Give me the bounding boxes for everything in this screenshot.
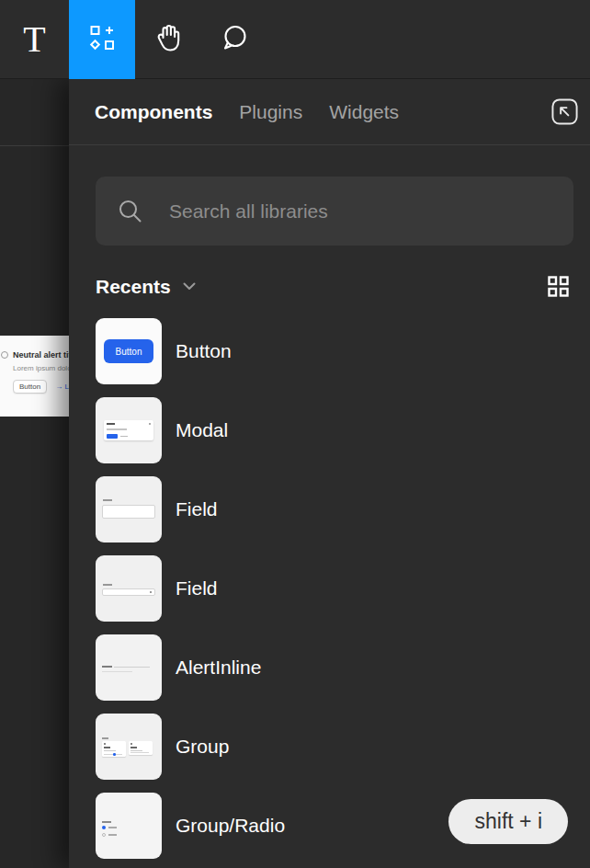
button-preview: Button: [96, 318, 162, 384]
list-item-button[interactable]: Button Button: [96, 318, 590, 384]
assets-panel: Components Plugins Widgets Recents: [69, 79, 590, 868]
toolbar: T: [0, 0, 590, 79]
canvas[interactable]: Neutral alert title Lorem ipsum dolor am…: [0, 79, 69, 868]
list-item-modal[interactable]: Modal: [96, 397, 590, 463]
group-preview: [96, 714, 162, 780]
list-item-field-2[interactable]: Field: [96, 555, 590, 622]
comment-tool-button[interactable]: [201, 0, 267, 79]
components-list: Button Button Modal Field: [69, 318, 590, 859]
alert-info-icon: [1, 351, 8, 359]
component-name: Field: [176, 498, 218, 520]
assets-tool-button[interactable]: [69, 0, 135, 79]
tab-widgets[interactable]: Widgets: [329, 101, 399, 123]
components-icon: [88, 24, 116, 55]
hand-tool-button[interactable]: [135, 0, 201, 79]
alert-button: Button: [13, 380, 47, 394]
canvas-section-divider: [0, 145, 69, 146]
field-preview: [96, 555, 162, 622]
link-arrow-icon: →: [55, 383, 62, 391]
text-tool-icon: T: [23, 21, 45, 58]
comment-icon: [219, 22, 250, 57]
mini-button: Button: [104, 339, 153, 363]
grid-view-icon[interactable]: [548, 276, 569, 297]
component-name: Button: [176, 340, 232, 362]
alert-body: Lorem ipsum dolor amet consect: [13, 364, 69, 372]
text-tool-button[interactable]: T: [0, 0, 69, 79]
chevron-down-icon[interactable]: [183, 282, 196, 291]
panel-tabs: Components Plugins Widgets: [69, 79, 590, 145]
recents-header: Recents: [96, 271, 569, 302]
field-preview: [96, 476, 162, 542]
list-item-group[interactable]: Group: [96, 714, 590, 780]
hand-icon: [153, 21, 184, 58]
search-input[interactable]: [169, 200, 551, 223]
component-name: Group: [176, 736, 229, 758]
tab-plugins[interactable]: Plugins: [239, 101, 302, 123]
alert-component-on-canvas[interactable]: Neutral alert title Lorem ipsum dolor am…: [0, 336, 69, 417]
search-icon: [118, 199, 142, 223]
alert-title: Neutral alert title: [13, 350, 69, 360]
open-library-button[interactable]: [550, 97, 579, 126]
component-name: Field: [176, 577, 218, 600]
search-bar[interactable]: [96, 177, 573, 246]
figma-window: T: [0, 0, 590, 868]
list-item-alertinline[interactable]: AlertInline: [96, 634, 590, 701]
arrow-up-left-icon: [550, 97, 579, 126]
group-radio-preview: [96, 793, 162, 859]
component-name: Group/Radio: [176, 815, 285, 837]
component-name: Modal: [176, 419, 228, 441]
recents-title[interactable]: Recents: [96, 276, 171, 298]
shortcut-hint-badge: shift + i: [448, 799, 568, 844]
modal-preview: [96, 397, 162, 463]
component-name: AlertInline: [176, 657, 261, 679]
alert-link: → Link text: [55, 383, 69, 391]
alertinline-preview: [96, 634, 162, 701]
list-item-field[interactable]: Field: [96, 476, 590, 542]
tab-components[interactable]: Components: [95, 101, 212, 123]
